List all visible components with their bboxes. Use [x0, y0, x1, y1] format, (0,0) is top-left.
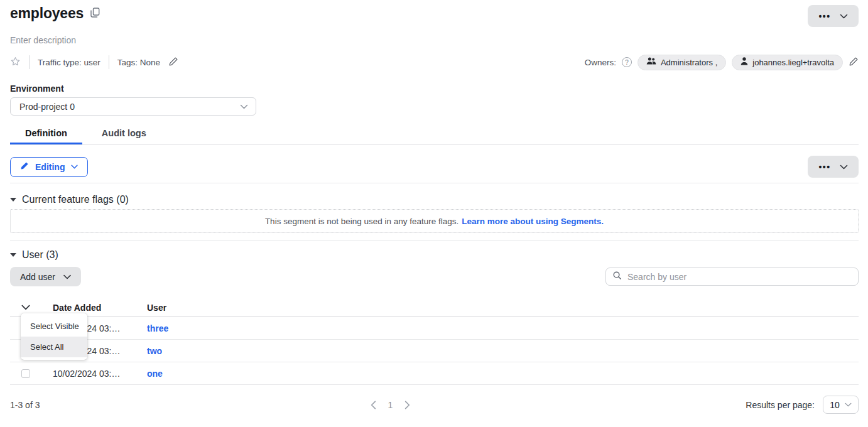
pager: 1 — [371, 400, 411, 410]
feature-flags-heading: Current feature flags (0) — [10, 194, 859, 205]
table-header-row: Date Added User — [10, 298, 859, 317]
collapse-caret-icon[interactable] — [10, 198, 16, 202]
page-title: employees — [10, 5, 84, 22]
environment-select[interactable]: Prod-project 0 — [10, 97, 256, 116]
pencil-icon — [849, 57, 859, 68]
pencil-icon — [168, 57, 178, 68]
owner-badge-user[interactable]: johannes.liegl+travolta — [732, 55, 843, 70]
select-dropdown-menu: Select Visible Select All — [21, 313, 87, 360]
results-per-page-group: Results per page: 10 — [454, 396, 859, 414]
search-icon — [612, 271, 622, 283]
owner-badge-label: johannes.liegl+travolta — [752, 58, 834, 67]
page-header: employees ••• — [10, 5, 859, 27]
current-page-number[interactable]: 1 — [388, 400, 393, 410]
column-header-date-added[interactable]: Date Added — [53, 303, 147, 313]
vertical-divider — [109, 55, 109, 69]
menu-item-select-visible[interactable]: Select Visible — [21, 316, 87, 337]
chevron-down-icon — [840, 165, 848, 170]
ellipsis-icon: ••• — [818, 12, 830, 21]
group-icon — [646, 57, 656, 67]
next-page-chevron-icon[interactable] — [404, 401, 410, 409]
meta-row: Traffic type: user Tags: None Owners: ? — [10, 55, 859, 70]
edit-owners-button[interactable] — [849, 57, 859, 68]
learn-more-link[interactable]: Learn more about using Segments. — [462, 217, 604, 226]
editing-label: Editing — [35, 162, 65, 172]
results-per-page-value: 10 — [830, 400, 840, 410]
segment-detail-page: employees ••• Enter description — [0, 0, 868, 414]
meta-left: Traffic type: user Tags: None — [10, 55, 178, 69]
owner-badge-administrators[interactable]: Administrators , — [637, 55, 726, 70]
environment-label: Environment — [10, 84, 859, 94]
feature-flags-heading-label: Current feature flags (0) — [22, 194, 129, 205]
table-footer: 1-3 of 3 1 Results per page: 10 — [10, 396, 859, 414]
help-icon[interactable]: ? — [622, 57, 632, 67]
chevron-down-icon — [63, 274, 71, 279]
traffic-type-label: Traffic type: user — [38, 58, 100, 67]
collapse-caret-icon[interactable] — [10, 253, 16, 257]
person-icon — [741, 57, 748, 67]
ellipsis-icon: ••• — [818, 163, 830, 171]
row-checkbox[interactable] — [21, 369, 30, 378]
tab-definition[interactable]: Definition — [10, 128, 82, 144]
owner-badge-label: Administrators , — [661, 58, 717, 67]
owners-group: Owners: ? Administrators , — [585, 55, 859, 70]
feature-flags-empty-state: This segment is not being used in any fe… — [10, 209, 859, 233]
results-per-page-label: Results per page: — [746, 400, 815, 410]
search-input[interactable] — [626, 271, 852, 283]
chevron-down-icon — [840, 14, 848, 19]
chevron-down-icon — [845, 403, 852, 407]
edit-tags-button[interactable] — [168, 57, 178, 68]
editing-mode-button[interactable]: Editing — [10, 157, 88, 177]
previous-page-chevron-icon[interactable] — [371, 401, 376, 409]
user-link[interactable]: three — [147, 323, 168, 333]
user-heading-label: User (3) — [22, 249, 58, 261]
user-search-box — [605, 268, 859, 286]
copy-key-button[interactable] — [90, 8, 100, 19]
chevron-down-icon — [240, 104, 248, 109]
chevron-down-icon — [71, 165, 78, 169]
tab-audit-logs[interactable]: Audit logs — [87, 128, 161, 144]
section-divider — [10, 183, 859, 183]
column-header-user[interactable]: User — [147, 303, 166, 313]
tab-bar: Definition Audit logs — [10, 128, 859, 145]
table-row: 10/02/2024 03:… one — [10, 362, 859, 385]
user-link[interactable]: two — [147, 346, 162, 356]
editing-toolbar: Editing ••• — [10, 156, 859, 178]
copy-icon — [90, 8, 100, 19]
table-row: 10/02/2024 03:… two — [10, 340, 859, 362]
environment-selected-value: Prod-project 0 — [19, 102, 75, 112]
add-user-button[interactable]: Add user — [10, 267, 81, 286]
menu-item-select-all[interactable]: Select All — [21, 337, 87, 357]
title-group: employees — [10, 5, 100, 22]
row-checkbox-cell — [10, 369, 53, 378]
results-range-label: 1-3 of 3 — [10, 400, 415, 410]
add-user-label: Add user — [20, 272, 55, 282]
user-toolbar: Add user — [10, 267, 859, 286]
tags-label: Tags: None — [117, 58, 160, 67]
select-menu-trigger-chevron-icon[interactable] — [21, 305, 30, 310]
select-all-cell — [10, 305, 53, 310]
owners-label: Owners: — [585, 58, 616, 67]
section-divider — [10, 240, 859, 241]
empty-state-message: This segment is not being used in any fe… — [265, 217, 458, 226]
date-added-cell: 10/02/2024 03:… — [53, 369, 147, 379]
favorite-star-button[interactable] — [10, 57, 21, 68]
pencil-icon — [20, 161, 29, 172]
user-table: Date Added User 10/02/2024 03:… three 10… — [10, 298, 859, 385]
header-overflow-menu-button[interactable]: ••• — [808, 5, 859, 27]
definition-overflow-menu-button[interactable]: ••• — [808, 156, 859, 178]
star-icon — [10, 57, 21, 68]
user-link[interactable]: one — [147, 369, 163, 379]
description-placeholder[interactable]: Enter description — [10, 35, 859, 45]
vertical-divider — [29, 55, 30, 69]
user-section-heading: User (3) — [10, 249, 859, 261]
results-per-page-select[interactable]: 10 — [823, 396, 859, 414]
table-row: 10/02/2024 03:… three — [10, 317, 859, 340]
